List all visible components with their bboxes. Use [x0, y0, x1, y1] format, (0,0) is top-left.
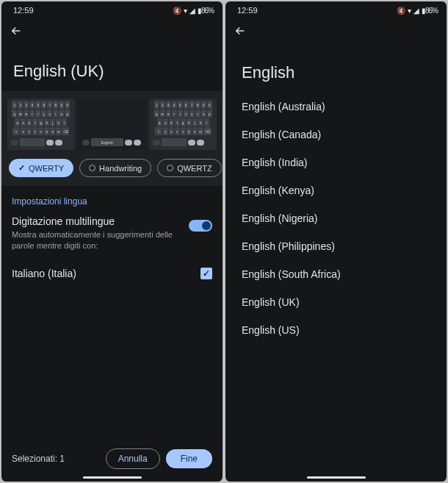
status-icons: 🔇 ▾ ◢ ▮86%	[173, 7, 214, 15]
chip-label: QWERTY	[29, 164, 64, 173]
lang-item-us[interactable]: English (US)	[225, 316, 447, 344]
setting-subtitle: Mostra automaticamente i suggerimenti de…	[12, 229, 181, 251]
chip-qwerty[interactable]: ✓ QWERTY	[9, 159, 73, 177]
chip-handwriting[interactable]: Handwriting	[79, 159, 151, 177]
wifi-icon: ▾	[184, 7, 187, 15]
language-italian[interactable]: Italiano (Italia) ✓	[1, 259, 223, 288]
radio-icon	[89, 165, 95, 171]
layout-chips: ✓ QWERTY Handwriting QWERTZ	[1, 150, 223, 186]
battery-icon: ▮86%	[422, 7, 438, 15]
check-icon: ✓	[18, 163, 25, 173]
left-screen: 12:59 🔇 ▾ ◢ ▮86% English (UK) 1234567890…	[1, 1, 223, 482]
mute-icon: 🔇	[397, 7, 405, 15]
back-button[interactable]	[233, 24, 248, 38]
selected-count: Selezionati: 1	[12, 454, 100, 464]
page-title: English (UK)	[1, 46, 223, 91]
lang-item-philippines[interactable]: English (Philippines)	[225, 232, 447, 260]
lang-item-australia[interactable]: English (Australia)	[225, 93, 447, 121]
section-label: Impostazioni lingua	[1, 186, 223, 212]
appbar	[225, 19, 447, 46]
appbar	[1, 19, 223, 46]
clock: 12:59	[13, 6, 34, 15]
lang-item-nigeria[interactable]: English (Nigeria)	[225, 204, 447, 232]
wifi-icon: ▾	[408, 7, 411, 15]
signal-icon: ◢	[413, 7, 419, 15]
checkbox-icon[interactable]: ✓	[200, 268, 212, 279]
statusbar: 12:59 🔇 ▾ ◢ ▮86%	[225, 1, 447, 19]
lang-item-india[interactable]: English (India)	[225, 149, 447, 176]
lang-item-kenya[interactable]: English (Kenya)	[225, 176, 447, 204]
cancel-button[interactable]: Annulla	[106, 448, 160, 469]
lang-item-canada[interactable]: English (Canada)	[225, 121, 447, 149]
multilingual-switch[interactable]	[189, 220, 212, 232]
done-button[interactable]: Fine	[166, 449, 212, 468]
lang-item-uk[interactable]: English (UK)	[225, 288, 447, 316]
language-list: English (Australia) English (Canada) Eng…	[225, 90, 447, 347]
statusbar: 12:59 🔇 ▾ ◢ ▮86%	[1, 1, 223, 19]
status-icons: 🔇 ▾ ◢ ▮86%	[397, 7, 438, 15]
keyboard-previews: 1234567890 qwertyuiop asdfghjkl ⇧zxcvbnm…	[1, 91, 223, 150]
chip-label: QWERTZ	[177, 164, 212, 173]
page-title: English	[225, 46, 447, 90]
back-button[interactable]	[9, 24, 24, 38]
clock: 12:59	[237, 6, 258, 15]
nav-handle[interactable]	[307, 476, 366, 479]
lang-item-southafrica[interactable]: English (South Africa)	[225, 260, 447, 288]
kb-preview-qwerty[interactable]: 1234567890 qwertyuiop asdfghjkl ⇧zxcvbnm…	[7, 99, 75, 150]
radio-icon	[167, 165, 173, 171]
chip-qwertz[interactable]: QWERTZ	[157, 159, 221, 177]
chip-label: Handwriting	[99, 164, 142, 173]
kb-preview-qwertz[interactable]: 1234567890 qwertzuiop asdfghjkl ⇧yxcvbnm…	[149, 99, 217, 150]
mute-icon: 🔇	[173, 7, 181, 15]
kb-preview-handwriting[interactable]: English	[79, 99, 146, 150]
multilingual-setting[interactable]: Digitazione multilingue Mostra automatic…	[1, 212, 223, 259]
footer: Selezionati: 1 Annulla Fine	[1, 441, 223, 473]
battery-icon: ▮86%	[198, 7, 214, 15]
signal-icon: ◢	[189, 7, 195, 15]
right-screen: 12:59 🔇 ▾ ◢ ▮86% English English (Austra…	[225, 1, 447, 482]
setting-title: Digitazione multilingue	[12, 215, 181, 227]
language-label: Italiano (Italia)	[12, 268, 200, 279]
nav-handle[interactable]	[83, 476, 142, 479]
